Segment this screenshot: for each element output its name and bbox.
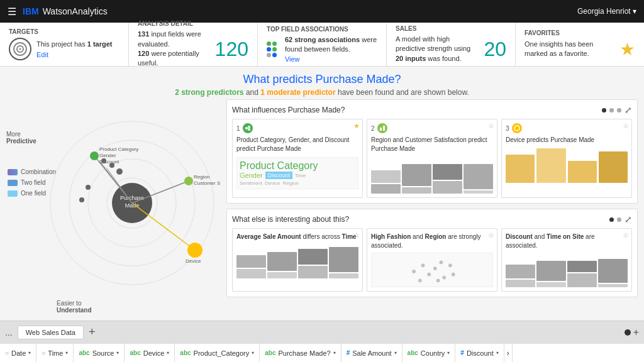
one-field-bar-icon (8, 190, 18, 197)
interesting-card-2[interactable]: High Fashion and Region are strongly ass… (367, 228, 497, 292)
top-fields-text-block: 62 strong associations were found betwee… (285, 35, 377, 63)
dot-cluster-icon (267, 38, 280, 60)
sale-type-icon: # (347, 349, 350, 356)
card1-icon (243, 123, 253, 133)
svg-point-38 (433, 266, 437, 270)
col-purchase-made[interactable]: abc Purchase Made? ▾ (260, 344, 341, 362)
more-label: More (6, 131, 21, 138)
svg-point-42 (418, 278, 422, 282)
date-chevron-icon: ▾ (28, 350, 31, 356)
svg-rect-33 (383, 126, 385, 131)
card2-star-icon[interactable]: ☆ (488, 122, 494, 130)
predictors-line: 2 strong predictors and 1 moderate predi… (0, 88, 644, 97)
card1-text: Product Category, Gender, and Discount p… (236, 136, 358, 153)
svg-point-21 (101, 158, 106, 163)
edit-link[interactable]: Edit (36, 51, 112, 58)
radial-svg: Purchase Made Product Category Gender D (44, 106, 220, 300)
col-date[interactable]: ○ Date ▾ (0, 344, 36, 362)
col-source[interactable]: abc Source ▾ (74, 344, 125, 362)
card3-text: Device predicts Purchase Made (506, 136, 628, 145)
analysis-text2: 120 were potentially useful. (138, 49, 210, 69)
time-type-icon: ○ (42, 349, 45, 356)
topbar: ☰ IBM WatsonAnalytics Georgia Henriot ▾ (0, 0, 644, 23)
user-menu[interactable]: Georgia Henriot ▾ (577, 7, 636, 16)
interesting-card-1[interactable]: Average Sale Amount differs across Time … (232, 228, 363, 292)
card1-star-icon[interactable]: ★ (353, 122, 360, 130)
col-scroll-right[interactable]: › (504, 344, 513, 362)
star-icon: ★ (619, 39, 635, 60)
content-header: What predicts Purchase Made? 2 strong pr… (0, 67, 644, 99)
col-country[interactable]: abc Country ▾ (402, 344, 456, 362)
dot1 (267, 41, 271, 46)
card3-header: 3 ☆ (506, 123, 628, 133)
influence-card-2[interactable]: 2 ☆ Region and Customer Satisfaction pre… (367, 119, 497, 198)
sales-number: 20 (484, 38, 506, 61)
col-discount[interactable]: # Discount ▾ (455, 344, 504, 362)
interesting-card2-text: High Fashion and Region are strongly ass… (371, 233, 493, 250)
add-tab-button[interactable]: + (89, 326, 96, 339)
interesting-card2-star[interactable]: ☆ (488, 231, 494, 239)
svg-point-2 (19, 48, 21, 50)
nav-dot-2 (609, 108, 614, 112)
interesting-card3-viz (506, 253, 628, 287)
menu-icon[interactable]: ☰ (8, 6, 16, 18)
tab-dots-icon[interactable]: ... (5, 327, 13, 337)
view-link[interactable]: View (285, 55, 377, 63)
interesting-nav-dot2 (617, 217, 621, 222)
targets-content: This project has 1 target Edit (9, 38, 119, 60)
web-sales-data-tab[interactable]: Web Sales Data (18, 326, 84, 339)
targets-title: TARGETS (9, 28, 119, 35)
col-source-label: Source (92, 349, 114, 357)
sales-title: SALES (396, 25, 506, 32)
col-time[interactable]: ○ Time ▾ (36, 344, 74, 362)
ibm-logo: IBM (23, 6, 39, 16)
svg-point-30 (248, 126, 250, 128)
svg-point-35 (412, 270, 416, 273)
svg-point-36 (421, 263, 425, 267)
svg-point-37 (427, 273, 431, 277)
analysis-text-block: 131 input fields were evaluated. 120 wer… (138, 30, 210, 69)
interesting-nav: ⤢ (609, 214, 632, 224)
card3-star-icon[interactable]: ☆ (623, 122, 629, 130)
ic-col1 (506, 253, 535, 287)
analysis-number: 120 (215, 38, 248, 61)
bottom-tabs: ... Web Sales Data + + (0, 321, 644, 343)
svg-point-43 (436, 278, 440, 282)
interesting-card3-star[interactable]: ☆ (623, 231, 629, 239)
influence-card-3[interactable]: 3 ☆ Device predicts Purchase Made (501, 119, 632, 198)
date-type-icon: ○ (5, 349, 9, 356)
title-prefix: What predicts (243, 73, 315, 85)
combo-bar-icon (8, 169, 18, 175)
chart2-col3 (433, 156, 462, 194)
influences-cards: 1 ★ Product Category, Gender, and Discou… (232, 119, 632, 198)
interesting-nav-arrow[interactable]: ⤢ (625, 214, 632, 224)
col-product-category[interactable]: abc Product_Category ▾ (175, 344, 260, 362)
svg-point-39 (440, 261, 443, 265)
country-type-icon: abc (408, 349, 418, 356)
tab-plus-icon[interactable]: + (633, 327, 639, 338)
targets-text-block: This project has 1 target Edit (36, 40, 112, 58)
interesting-card-3[interactable]: Discount and Time on Site are associated… (501, 228, 632, 292)
interesting-section: What else is interesting about this? ⤢ A… (226, 209, 638, 297)
ic-col4 (598, 253, 628, 287)
discount-type-icon: # (460, 349, 464, 356)
svg-point-34 (514, 126, 519, 131)
interesting-card3-text: Discount and Time on Site are associated… (506, 233, 628, 250)
summary-favorites: FAVORITES One insights has been marked a… (516, 23, 644, 66)
easier-label: Easier to (57, 300, 81, 307)
sales-text: A model with high predictive strength us… (396, 35, 479, 63)
nav-arrow-icon[interactable]: ⤢ (625, 105, 632, 115)
influences-title: What influences Purchase Made? (232, 106, 345, 114)
tab-circles: + (625, 327, 639, 338)
interesting-card1-star[interactable]: ☆ (353, 231, 360, 239)
col-discount-label: Discount (467, 349, 494, 357)
dot3 (267, 47, 271, 52)
analysis-content: 131 input fields were evaluated. 120 wer… (138, 30, 248, 69)
device-type-icon: abc (130, 349, 140, 356)
topbar-logo: IBM WatsonAnalytics (23, 6, 108, 16)
col-sale-amount[interactable]: # Sale Amount ▾ (341, 344, 402, 362)
svg-text:Region: Region (194, 174, 209, 180)
col-device[interactable]: abc Device ▾ (125, 344, 175, 362)
understand-label: Understand (57, 307, 92, 314)
influence-card-1[interactable]: 1 ★ Product Category, Gender, and Discou… (232, 119, 363, 198)
